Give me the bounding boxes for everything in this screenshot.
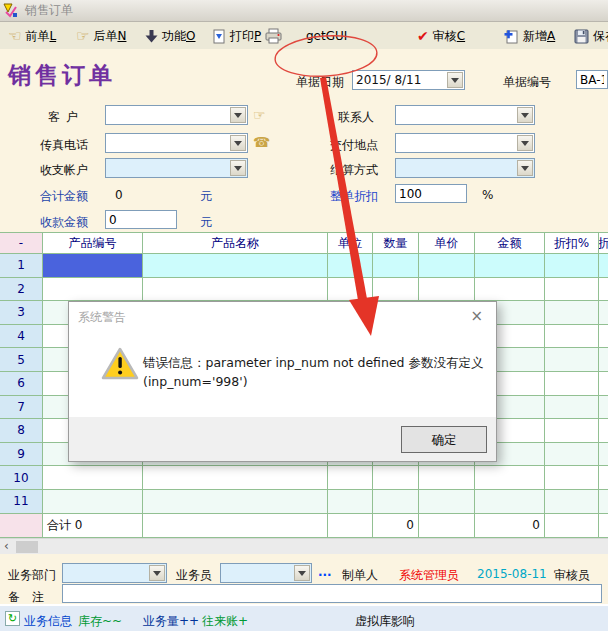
row-number[interactable]: 4 [0,325,43,348]
table-cell[interactable] [599,396,608,419]
table-cell[interactable] [143,466,328,489]
printer-icon[interactable] [265,28,282,44]
table-cell[interactable] [143,278,328,301]
table-cell[interactable] [373,490,419,513]
salesman-combobox[interactable] [220,563,312,583]
table-cell[interactable] [419,278,475,301]
table-cell[interactable] [545,301,599,324]
status-volume[interactable]: 业务量++ [143,613,199,630]
refresh-icon[interactable]: ↻ [5,611,20,626]
table-cell[interactable] [328,490,373,513]
status-business-info[interactable]: 业务信息 [24,613,72,630]
row-number[interactable]: 8 [0,419,43,442]
chevron-down-icon[interactable] [230,107,246,123]
table-cell[interactable] [373,254,419,277]
table-cell[interactable] [475,466,545,489]
table-row[interactable]: 10 [0,466,608,490]
table-row[interactable]: 2 [0,278,608,302]
row-number[interactable]: 11 [0,490,43,513]
table-cell[interactable] [599,466,608,489]
table-cell[interactable] [545,490,599,513]
table-cell[interactable] [599,490,608,513]
account-combobox[interactable] [105,158,248,178]
print-button[interactable]: 打印P [212,26,282,46]
table-cell[interactable] [419,466,475,489]
scroll-left-icon[interactable]: ‹ [4,539,9,553]
chevron-down-icon[interactable] [149,565,165,581]
chevron-down-icon[interactable] [294,565,310,581]
status-account[interactable]: 往来账+ [202,613,248,630]
table-cell[interactable] [43,466,143,489]
row-number[interactable]: 1 [0,254,43,277]
contact-combobox[interactable] [395,105,535,125]
row-number[interactable]: 2 [0,278,43,301]
table-cell[interactable] [143,490,328,513]
column-header[interactable]: 折扣% [545,233,599,253]
next-doc-button[interactable]: ☞ 后单N [76,26,126,46]
table-cell[interactable] [545,396,599,419]
row-number[interactable]: 3 [0,301,43,324]
column-header[interactable]: 产品编号 [43,233,143,253]
chevron-down-icon[interactable] [230,160,246,176]
row-number[interactable]: 6 [0,372,43,395]
table-cell[interactable] [475,490,545,513]
delivery-combobox[interactable] [395,133,535,153]
audit-button[interactable]: ✔ 审核C [417,26,465,46]
table-cell[interactable] [419,254,475,277]
column-header[interactable]: 金额 [475,233,545,253]
table-cell[interactable] [599,254,608,277]
table-cell[interactable] [328,466,373,489]
chevron-down-icon[interactable] [230,135,246,151]
dept-combobox[interactable] [62,563,167,583]
functions-button[interactable]: 功能O [144,26,195,46]
more-button[interactable]: ... [318,565,332,579]
prev-doc-button[interactable]: ☜ 前单L [8,26,56,46]
discount-field[interactable] [395,184,467,203]
doc-date-combobox[interactable]: 2015/ 8/11 [352,70,465,90]
chevron-down-icon[interactable] [517,107,533,123]
table-cell[interactable] [599,348,608,371]
table-cell[interactable] [545,466,599,489]
horizontal-scrollbar[interactable]: ‹ [0,538,608,554]
table-cell[interactable] [545,348,599,371]
chevron-down-icon[interactable] [447,72,463,88]
table-cell[interactable] [328,254,373,277]
received-field[interactable] [105,210,177,229]
row-number[interactable]: 7 [0,396,43,419]
hand-pointer-icon[interactable]: ☞ [253,107,266,123]
row-number[interactable]: 5 [0,348,43,371]
scrollbar-thumb[interactable] [16,541,38,553]
close-icon[interactable]: × [470,307,483,325]
table-cell[interactable] [599,325,608,348]
table-cell[interactable] [599,419,608,442]
chevron-down-icon[interactable] [517,135,533,151]
table-cell[interactable] [545,419,599,442]
table-cell[interactable] [545,278,599,301]
table-cell[interactable] [475,278,545,301]
table-cell[interactable] [43,490,143,513]
customer-combobox[interactable] [105,105,248,125]
ok-button[interactable]: 确定 [401,426,487,453]
table-cell[interactable] [143,254,328,277]
settle-combobox[interactable] [395,158,535,178]
table-cell[interactable] [43,254,143,277]
column-header[interactable]: 单位 [328,233,373,253]
save-button[interactable]: 保存S [574,26,608,46]
column-header[interactable]: 折 [599,233,608,253]
table-cell[interactable] [419,490,475,513]
table-cell[interactable] [599,443,608,466]
table-cell[interactable] [545,254,599,277]
table-cell[interactable] [599,372,608,395]
row-number[interactable]: 9 [0,443,43,466]
table-cell[interactable] [599,278,608,301]
table-cell[interactable] [373,278,419,301]
row-indicator-header[interactable]: - [0,233,43,253]
table-cell[interactable] [43,278,143,301]
table-cell[interactable] [545,372,599,395]
table-cell[interactable] [328,278,373,301]
column-header[interactable]: 数量 [373,233,419,253]
table-cell[interactable] [545,443,599,466]
column-header[interactable]: 单价 [419,233,475,253]
remark-field[interactable] [62,584,602,603]
table-cell[interactable] [373,466,419,489]
